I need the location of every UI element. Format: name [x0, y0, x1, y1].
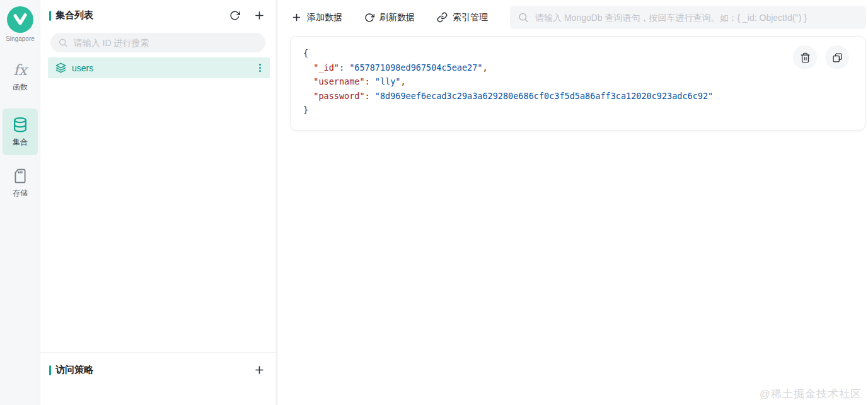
collection-item-users[interactable]: users	[48, 57, 270, 78]
collection-name: users	[72, 63, 251, 73]
collection-menu-kebab-icon[interactable]	[257, 61, 263, 74]
refresh-data-label: 刷新数据	[379, 12, 415, 23]
layers-icon	[55, 62, 66, 73]
document-actions	[793, 45, 849, 69]
add-data-button[interactable]: 添加数据	[291, 12, 342, 23]
refresh-collections-button[interactable]	[228, 8, 241, 23]
watermark: @稀土掘金技术社区	[760, 387, 862, 401]
access-policy-header: 访问策略	[40, 353, 275, 377]
rail-item-label: 存储	[13, 188, 28, 199]
collections-header-actions	[228, 8, 267, 23]
json-key: "_id"	[313, 62, 339, 73]
query-search-input[interactable]	[535, 13, 859, 23]
section-accent-bar	[49, 11, 51, 21]
collection-search[interactable]	[50, 33, 265, 52]
copy-icon	[832, 52, 843, 63]
access-policy-title: 访问策略	[55, 364, 252, 376]
region-label: Singapore	[0, 35, 40, 42]
rail-item-label: 函数	[13, 82, 28, 93]
access-policy-section: 访问策略	[40, 352, 275, 405]
link-icon	[437, 12, 448, 23]
section-accent-bar	[49, 365, 51, 375]
app-logo[interactable]	[7, 6, 33, 33]
storage-card-icon	[12, 168, 28, 184]
trash-icon	[800, 52, 811, 63]
plus-icon	[291, 12, 302, 23]
rail-item-label: 集合	[13, 137, 28, 148]
plus-icon	[253, 9, 265, 21]
rail-item-storage[interactable]: 存储	[0, 168, 40, 199]
logo-mark-icon	[7, 6, 33, 33]
json-value: "657871098ed967504c5eae27"	[349, 62, 482, 73]
collections-header: 集合列表	[40, 0, 275, 23]
add-policy-button[interactable]	[252, 363, 267, 377]
rail-item-functions[interactable]: fx 函数	[0, 62, 40, 93]
refresh-data-button[interactable]: 刷新数据	[364, 12, 415, 23]
add-collection-button[interactable]	[252, 8, 267, 23]
json-line: "username": "lly",	[303, 74, 852, 89]
plus-icon	[253, 364, 265, 376]
env-rail: Singapore fx 函数 集合 存储	[0, 0, 40, 405]
app-root: Singapore fx 函数 集合 存储 集合列表	[0, 0, 868, 405]
search-icon	[58, 37, 68, 48]
json-line: "password": "8d969eef6ecad3c29a3a629280e…	[303, 89, 852, 103]
main-panel: 添加数据 刷新数据 索引管理	[278, 0, 868, 405]
index-manage-label: 索引管理	[453, 12, 488, 23]
json-line: {	[303, 46, 852, 61]
functions-fx-icon: fx	[13, 62, 26, 78]
delete-document-button[interactable]	[793, 45, 817, 69]
json-line: "_id": "657871098ed967504c5eae27",	[303, 61, 852, 75]
json-key: "username"	[313, 76, 364, 86]
query-search[interactable]	[510, 6, 866, 29]
rail-item-collections[interactable]: 集合	[3, 109, 38, 155]
collections-sidebar: 集合列表	[40, 0, 278, 405]
document-json: { "_id": "657871098ed967504c5eae27", "us…	[291, 37, 865, 127]
collection-search-input[interactable]	[74, 38, 258, 48]
refresh-icon	[364, 13, 374, 23]
json-value: "8d969eef6ecad3c29a3a629280e686cf0c3f5d5…	[375, 91, 713, 101]
json-value: "lly"	[375, 76, 401, 86]
index-manage-button[interactable]: 索引管理	[437, 12, 488, 23]
logo-wrap: Singapore	[0, 6, 40, 42]
documents-area: { "_id": "657871098ed967504c5eae27", "us…	[278, 35, 868, 405]
document-card[interactable]: { "_id": "657871098ed967504c5eae27", "us…	[290, 36, 865, 131]
data-toolbar: 添加数据 刷新数据 索引管理	[278, 0, 868, 35]
collections-title: 集合列表	[55, 9, 228, 21]
copy-document-button[interactable]	[825, 45, 849, 69]
database-icon	[11, 116, 29, 134]
search-icon	[518, 11, 529, 23]
add-data-label: 添加数据	[307, 12, 342, 23]
json-line: }	[303, 103, 852, 117]
refresh-icon	[229, 10, 240, 21]
json-key: "password"	[313, 91, 364, 101]
